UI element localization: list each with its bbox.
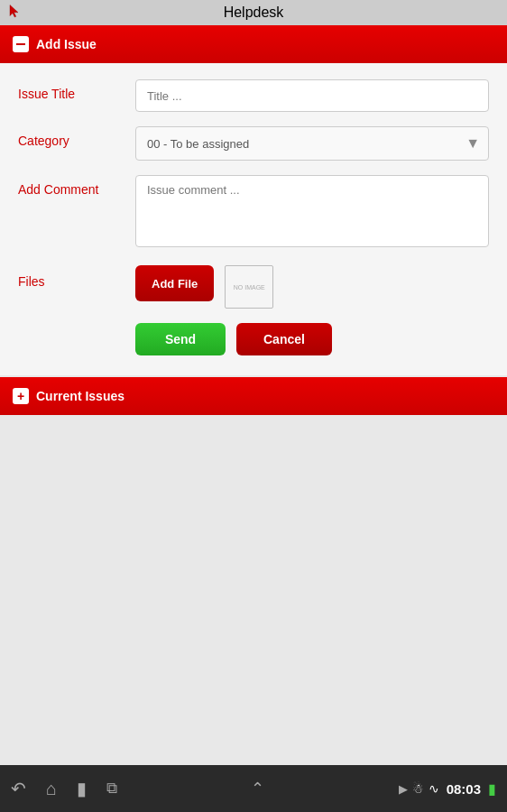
add-file-button[interactable]: Add File xyxy=(135,265,214,301)
issue-title-row: Issue Title xyxy=(18,79,489,112)
battery-icon: ▮ xyxy=(488,780,496,798)
add-comment-label: Add Comment xyxy=(18,175,135,197)
add-issue-title: Add Issue xyxy=(36,37,97,51)
main-content: Add Issue Issue Title Category 00 - To b… xyxy=(0,25,507,765)
bottom-nav-right: ▶ ☃ ∿ 08:03 ▮ xyxy=(399,780,496,798)
category-select[interactable]: 00 - To be assigned 01 - Hardware 02 - S… xyxy=(135,126,489,161)
status-icons: ▶ ☃ ∿ xyxy=(399,781,439,796)
form-area: Issue Title Category 00 - To be assigned… xyxy=(0,63,507,375)
comment-input-area xyxy=(135,175,489,251)
status-bar-title: Helpdesk xyxy=(224,5,284,21)
title-input[interactable] xyxy=(135,79,489,112)
bottom-nav: ↶ ⌂ ▮ ⧉ ⌃ ▶ ☃ ∿ 08:03 ▮ xyxy=(0,765,507,812)
title-input-area xyxy=(135,79,489,112)
svg-marker-0 xyxy=(10,5,18,18)
bottom-nav-left: ↶ ⌂ ▮ ⧉ xyxy=(11,778,117,799)
current-issues-title: Current Issues xyxy=(36,389,124,403)
expand-icon[interactable] xyxy=(13,388,29,404)
category-input-area: 00 - To be assigned 01 - Hardware 02 - S… xyxy=(135,126,489,161)
issue-title-label: Issue Title xyxy=(18,79,135,101)
files-content: Add File NO IMAGE xyxy=(135,265,489,309)
cancel-button[interactable]: Cancel xyxy=(236,323,332,355)
home-button[interactable]: ⌂ xyxy=(46,779,57,799)
send-button[interactable]: Send xyxy=(135,323,226,355)
files-row: Files Add File NO IMAGE xyxy=(18,265,489,309)
cursor-icon xyxy=(7,4,23,20)
back-button[interactable]: ↶ xyxy=(11,778,26,799)
files-label: Files xyxy=(18,265,135,289)
current-issues-header[interactable]: Current Issues xyxy=(0,377,507,415)
category-label: Category xyxy=(18,126,135,148)
collapse-icon[interactable] xyxy=(13,36,29,52)
no-image-text: NO IMAGE xyxy=(234,284,265,291)
signal-icon: ☃ xyxy=(412,781,424,796)
wifi-icon: ∿ xyxy=(429,781,439,796)
bottom-nav-center: ⌃ xyxy=(251,779,264,798)
status-bar: Helpdesk xyxy=(0,0,507,25)
screenshot-button[interactable]: ⧉ xyxy=(106,780,117,798)
no-image-placeholder: NO IMAGE xyxy=(225,265,273,309)
add-comment-row: Add Comment xyxy=(18,175,489,251)
gallery-icon: ▶ xyxy=(399,782,408,796)
add-issue-header[interactable]: Add Issue xyxy=(0,25,507,63)
comment-textarea[interactable] xyxy=(135,175,489,247)
recents-button[interactable]: ▮ xyxy=(77,778,87,799)
action-buttons-row: Send Cancel xyxy=(18,323,489,355)
time-display: 08:03 xyxy=(447,781,481,797)
category-row: Category 00 - To be assigned 01 - Hardwa… xyxy=(18,126,489,161)
up-arrow-icon: ⌃ xyxy=(251,780,264,798)
